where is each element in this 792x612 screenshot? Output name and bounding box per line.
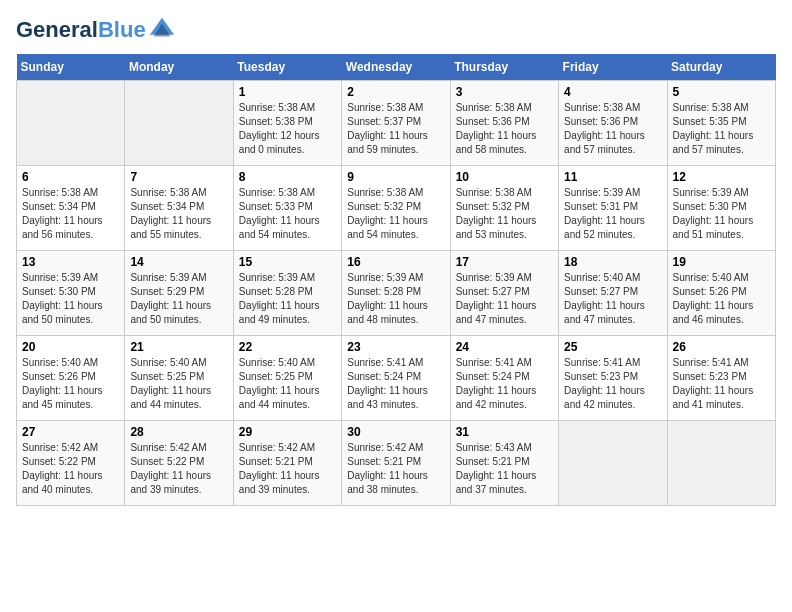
calendar-cell: 4Sunrise: 5:38 AMSunset: 5:36 PMDaylight… bbox=[559, 81, 667, 166]
day-number: 14 bbox=[130, 255, 227, 269]
calendar-cell: 26Sunrise: 5:41 AMSunset: 5:23 PMDayligh… bbox=[667, 336, 775, 421]
cell-content: Sunrise: 5:38 AMSunset: 5:34 PMDaylight:… bbox=[22, 186, 119, 242]
column-header-sunday: Sunday bbox=[17, 54, 125, 81]
cell-content: Sunrise: 5:38 AMSunset: 5:32 PMDaylight:… bbox=[347, 186, 444, 242]
logo-icon bbox=[148, 16, 176, 44]
day-number: 26 bbox=[673, 340, 770, 354]
day-number: 11 bbox=[564, 170, 661, 184]
cell-content: Sunrise: 5:38 AMSunset: 5:33 PMDaylight:… bbox=[239, 186, 336, 242]
calendar-cell: 23Sunrise: 5:41 AMSunset: 5:24 PMDayligh… bbox=[342, 336, 450, 421]
day-number: 19 bbox=[673, 255, 770, 269]
day-number: 24 bbox=[456, 340, 553, 354]
column-header-friday: Friday bbox=[559, 54, 667, 81]
cell-content: Sunrise: 5:43 AMSunset: 5:21 PMDaylight:… bbox=[456, 441, 553, 497]
logo: GeneralBlue bbox=[16, 16, 176, 44]
logo-text: GeneralBlue bbox=[16, 18, 146, 42]
calendar-cell: 19Sunrise: 5:40 AMSunset: 5:26 PMDayligh… bbox=[667, 251, 775, 336]
column-header-saturday: Saturday bbox=[667, 54, 775, 81]
week-row-5: 27Sunrise: 5:42 AMSunset: 5:22 PMDayligh… bbox=[17, 421, 776, 506]
cell-content: Sunrise: 5:38 AMSunset: 5:37 PMDaylight:… bbox=[347, 101, 444, 157]
calendar-cell: 22Sunrise: 5:40 AMSunset: 5:25 PMDayligh… bbox=[233, 336, 341, 421]
calendar-cell: 14Sunrise: 5:39 AMSunset: 5:29 PMDayligh… bbox=[125, 251, 233, 336]
calendar-cell: 9Sunrise: 5:38 AMSunset: 5:32 PMDaylight… bbox=[342, 166, 450, 251]
cell-content: Sunrise: 5:40 AMSunset: 5:25 PMDaylight:… bbox=[239, 356, 336, 412]
day-number: 23 bbox=[347, 340, 444, 354]
calendar-cell bbox=[667, 421, 775, 506]
cell-content: Sunrise: 5:38 AMSunset: 5:35 PMDaylight:… bbox=[673, 101, 770, 157]
week-row-2: 6Sunrise: 5:38 AMSunset: 5:34 PMDaylight… bbox=[17, 166, 776, 251]
day-number: 27 bbox=[22, 425, 119, 439]
calendar-cell: 5Sunrise: 5:38 AMSunset: 5:35 PMDaylight… bbox=[667, 81, 775, 166]
calendar-cell: 25Sunrise: 5:41 AMSunset: 5:23 PMDayligh… bbox=[559, 336, 667, 421]
calendar-cell: 20Sunrise: 5:40 AMSunset: 5:26 PMDayligh… bbox=[17, 336, 125, 421]
cell-content: Sunrise: 5:38 AMSunset: 5:32 PMDaylight:… bbox=[456, 186, 553, 242]
header-row: SundayMondayTuesdayWednesdayThursdayFrid… bbox=[17, 54, 776, 81]
calendar-cell: 8Sunrise: 5:38 AMSunset: 5:33 PMDaylight… bbox=[233, 166, 341, 251]
day-number: 28 bbox=[130, 425, 227, 439]
calendar-cell: 30Sunrise: 5:42 AMSunset: 5:21 PMDayligh… bbox=[342, 421, 450, 506]
day-number: 10 bbox=[456, 170, 553, 184]
cell-content: Sunrise: 5:39 AMSunset: 5:28 PMDaylight:… bbox=[239, 271, 336, 327]
calendar-header: SundayMondayTuesdayWednesdayThursdayFrid… bbox=[17, 54, 776, 81]
cell-content: Sunrise: 5:38 AMSunset: 5:36 PMDaylight:… bbox=[564, 101, 661, 157]
cell-content: Sunrise: 5:38 AMSunset: 5:38 PMDaylight:… bbox=[239, 101, 336, 157]
day-number: 4 bbox=[564, 85, 661, 99]
day-number: 9 bbox=[347, 170, 444, 184]
calendar-table: SundayMondayTuesdayWednesdayThursdayFrid… bbox=[16, 54, 776, 506]
day-number: 29 bbox=[239, 425, 336, 439]
day-number: 30 bbox=[347, 425, 444, 439]
calendar-cell: 27Sunrise: 5:42 AMSunset: 5:22 PMDayligh… bbox=[17, 421, 125, 506]
calendar-cell: 3Sunrise: 5:38 AMSunset: 5:36 PMDaylight… bbox=[450, 81, 558, 166]
cell-content: Sunrise: 5:40 AMSunset: 5:27 PMDaylight:… bbox=[564, 271, 661, 327]
calendar-cell: 1Sunrise: 5:38 AMSunset: 5:38 PMDaylight… bbox=[233, 81, 341, 166]
calendar-cell: 29Sunrise: 5:42 AMSunset: 5:21 PMDayligh… bbox=[233, 421, 341, 506]
column-header-thursday: Thursday bbox=[450, 54, 558, 81]
day-number: 2 bbox=[347, 85, 444, 99]
calendar-cell bbox=[559, 421, 667, 506]
day-number: 25 bbox=[564, 340, 661, 354]
cell-content: Sunrise: 5:40 AMSunset: 5:25 PMDaylight:… bbox=[130, 356, 227, 412]
cell-content: Sunrise: 5:39 AMSunset: 5:27 PMDaylight:… bbox=[456, 271, 553, 327]
day-number: 15 bbox=[239, 255, 336, 269]
calendar-cell: 21Sunrise: 5:40 AMSunset: 5:25 PMDayligh… bbox=[125, 336, 233, 421]
day-number: 13 bbox=[22, 255, 119, 269]
calendar-cell bbox=[125, 81, 233, 166]
cell-content: Sunrise: 5:39 AMSunset: 5:28 PMDaylight:… bbox=[347, 271, 444, 327]
day-number: 21 bbox=[130, 340, 227, 354]
calendar-cell bbox=[17, 81, 125, 166]
day-number: 18 bbox=[564, 255, 661, 269]
day-number: 5 bbox=[673, 85, 770, 99]
calendar-cell: 15Sunrise: 5:39 AMSunset: 5:28 PMDayligh… bbox=[233, 251, 341, 336]
day-number: 31 bbox=[456, 425, 553, 439]
column-header-monday: Monday bbox=[125, 54, 233, 81]
day-number: 3 bbox=[456, 85, 553, 99]
cell-content: Sunrise: 5:39 AMSunset: 5:30 PMDaylight:… bbox=[673, 186, 770, 242]
cell-content: Sunrise: 5:39 AMSunset: 5:29 PMDaylight:… bbox=[130, 271, 227, 327]
cell-content: Sunrise: 5:38 AMSunset: 5:36 PMDaylight:… bbox=[456, 101, 553, 157]
column-header-tuesday: Tuesday bbox=[233, 54, 341, 81]
calendar-cell: 11Sunrise: 5:39 AMSunset: 5:31 PMDayligh… bbox=[559, 166, 667, 251]
calendar-cell: 24Sunrise: 5:41 AMSunset: 5:24 PMDayligh… bbox=[450, 336, 558, 421]
cell-content: Sunrise: 5:41 AMSunset: 5:24 PMDaylight:… bbox=[347, 356, 444, 412]
cell-content: Sunrise: 5:39 AMSunset: 5:30 PMDaylight:… bbox=[22, 271, 119, 327]
week-row-1: 1Sunrise: 5:38 AMSunset: 5:38 PMDaylight… bbox=[17, 81, 776, 166]
calendar-cell: 28Sunrise: 5:42 AMSunset: 5:22 PMDayligh… bbox=[125, 421, 233, 506]
day-number: 22 bbox=[239, 340, 336, 354]
day-number: 6 bbox=[22, 170, 119, 184]
cell-content: Sunrise: 5:41 AMSunset: 5:23 PMDaylight:… bbox=[673, 356, 770, 412]
cell-content: Sunrise: 5:41 AMSunset: 5:23 PMDaylight:… bbox=[564, 356, 661, 412]
cell-content: Sunrise: 5:42 AMSunset: 5:21 PMDaylight:… bbox=[239, 441, 336, 497]
calendar-cell: 10Sunrise: 5:38 AMSunset: 5:32 PMDayligh… bbox=[450, 166, 558, 251]
cell-content: Sunrise: 5:40 AMSunset: 5:26 PMDaylight:… bbox=[673, 271, 770, 327]
calendar-body: 1Sunrise: 5:38 AMSunset: 5:38 PMDaylight… bbox=[17, 81, 776, 506]
cell-content: Sunrise: 5:40 AMSunset: 5:26 PMDaylight:… bbox=[22, 356, 119, 412]
day-number: 1 bbox=[239, 85, 336, 99]
calendar-cell: 12Sunrise: 5:39 AMSunset: 5:30 PMDayligh… bbox=[667, 166, 775, 251]
day-number: 8 bbox=[239, 170, 336, 184]
calendar-cell: 2Sunrise: 5:38 AMSunset: 5:37 PMDaylight… bbox=[342, 81, 450, 166]
cell-content: Sunrise: 5:42 AMSunset: 5:21 PMDaylight:… bbox=[347, 441, 444, 497]
page-header: GeneralBlue bbox=[16, 16, 776, 44]
cell-content: Sunrise: 5:42 AMSunset: 5:22 PMDaylight:… bbox=[130, 441, 227, 497]
column-header-wednesday: Wednesday bbox=[342, 54, 450, 81]
cell-content: Sunrise: 5:39 AMSunset: 5:31 PMDaylight:… bbox=[564, 186, 661, 242]
